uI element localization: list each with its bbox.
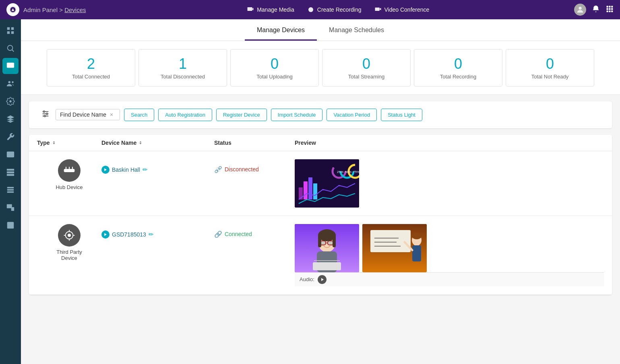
svg-rect-28 <box>7 169 14 171</box>
stat-total-uploading: 0 Total Uploading <box>230 49 319 86</box>
svg-rect-32 <box>7 189 14 191</box>
svg-rect-31 <box>7 187 14 189</box>
stat-disconnected-number: 1 <box>143 56 223 72</box>
device-edit-icon[interactable]: ✏ <box>143 166 148 173</box>
svg-rect-13 <box>609 10 610 12</box>
svg-rect-4 <box>375 8 379 11</box>
search-input[interactable] <box>60 111 108 118</box>
svg-rect-21 <box>7 63 14 68</box>
sidebar-item-users[interactable] <box>2 76 19 92</box>
stat-uploading-number: 0 <box>235 56 314 72</box>
main-content: Manage Devices Manage Schedules 2 Total … <box>21 19 620 364</box>
device-name-text-2: GSD7185013 <box>112 231 146 238</box>
sidebar-item-report[interactable] <box>2 217 19 233</box>
stat-connected-label: Total Connected <box>51 74 131 80</box>
stat-streaming-number: 0 <box>327 56 406 72</box>
svg-rect-35 <box>11 207 14 211</box>
notification-bell[interactable] <box>592 5 600 14</box>
svg-marker-92 <box>321 278 324 281</box>
top-navbar: Admin Panel > Devices Manage Media Creat… <box>0 0 620 19</box>
svg-point-49 <box>72 170 73 171</box>
svg-point-19 <box>8 45 13 51</box>
table-row: Hub Device Baskin Hall ✏ ⛓️‍💥 Disconnect… <box>29 151 612 216</box>
sidebar-item-storage[interactable] <box>2 182 19 198</box>
sidebar-item-monitor[interactable] <box>2 58 19 74</box>
filter-icon[interactable] <box>41 109 50 120</box>
svg-rect-11 <box>611 8 613 10</box>
stats-row: 2 Total Connected 1 Total Disconnected 0… <box>21 41 620 95</box>
top-nav-right <box>574 4 614 16</box>
stat-connected-number: 2 <box>51 56 131 72</box>
svg-rect-1 <box>248 7 252 11</box>
col-preview: Preview <box>295 140 604 146</box>
device-play-button-2[interactable] <box>101 230 110 239</box>
nav-video-conference[interactable]: Video Conference <box>374 6 430 13</box>
preview-classroom <box>362 224 427 272</box>
svg-rect-76 <box>328 241 333 245</box>
disconnected-label: Disconnected <box>225 166 259 173</box>
audio-controls: Audio: <box>295 272 604 286</box>
nav-create-recording[interactable]: Create Recording <box>307 6 362 13</box>
svg-rect-16 <box>11 27 14 30</box>
device-type-hub: Hub Device <box>37 159 101 190</box>
stat-recording-label: Total Recording <box>418 74 498 80</box>
sidebar-item-device-manage[interactable] <box>2 199 19 216</box>
svg-rect-86 <box>412 245 421 261</box>
device-name-gsd: GSD7185013 ✏ <box>101 224 214 239</box>
col-type[interactable]: Type <box>37 140 101 146</box>
status-connected: 🔗 Connected <box>214 224 295 238</box>
search-clear-button[interactable]: × <box>110 111 113 118</box>
auto-registration-button[interactable]: Auto Registration <box>158 109 212 121</box>
stat-total-disconnected: 1 Total Disconnected <box>138 49 227 86</box>
status-light-button[interactable]: Status Light <box>381 109 422 121</box>
svg-text:75%: 75% <box>353 170 359 174</box>
stat-not-ready-label: Total Not Ready <box>510 74 590 80</box>
svg-point-43 <box>43 111 45 113</box>
preview-dashboard: 25% 50% 75% <box>295 159 359 208</box>
audio-play-button[interactable] <box>318 275 327 284</box>
device-play-button[interactable] <box>101 166 110 174</box>
sidebar-item-dashboard[interactable] <box>2 23 19 39</box>
col-device-name[interactable]: Device Name <box>101 140 214 146</box>
sidebar-item-layers[interactable] <box>2 111 19 127</box>
hub-device-icon <box>58 159 81 182</box>
import-schedule-button[interactable]: Import Schedule <box>271 109 323 121</box>
svg-rect-82 <box>314 260 340 261</box>
svg-rect-34 <box>7 204 12 208</box>
device-name-text: Baskin Hall <box>112 167 140 173</box>
sidebar-item-tools[interactable] <box>2 129 19 145</box>
svg-rect-9 <box>607 8 608 10</box>
svg-text:25%: 25% <box>337 170 343 174</box>
user-avatar[interactable] <box>574 4 586 16</box>
stat-not-ready-number: 0 <box>510 56 590 72</box>
tab-manage-schedules[interactable]: Manage Schedules <box>317 19 396 41</box>
sidebar-item-search[interactable] <box>2 40 19 56</box>
svg-rect-84 <box>370 230 411 252</box>
tab-manage-devices[interactable]: Manage Devices <box>245 19 317 41</box>
sidebar-item-settings[interactable] <box>2 93 19 109</box>
svg-rect-80 <box>333 235 336 247</box>
vacation-period-button[interactable]: Vacation Period <box>327 109 377 121</box>
app-grid[interactable] <box>606 5 614 14</box>
stat-uploading-label: Total Uploading <box>235 74 314 80</box>
stat-disconnected-label: Total Disconnected <box>143 74 223 80</box>
preview-person <box>295 224 359 272</box>
svg-rect-81 <box>313 262 341 270</box>
svg-rect-15 <box>7 27 10 30</box>
top-nav-items: Manage Media Create Recording Video Conf… <box>102 6 574 13</box>
svg-marker-25 <box>7 115 14 119</box>
svg-point-45 <box>44 115 45 117</box>
svg-marker-53 <box>104 168 107 171</box>
connected-label: Connected <box>225 231 252 237</box>
sidebar-item-server[interactable] <box>2 164 19 180</box>
search-button[interactable]: Search <box>124 109 154 121</box>
nav-manage-media[interactable]: Manage Media <box>247 6 294 13</box>
svg-rect-30 <box>7 174 14 176</box>
sidebar-item-cc[interactable]: CC <box>2 146 19 162</box>
app-logo <box>6 3 19 16</box>
svg-rect-58 <box>313 183 317 199</box>
svg-rect-7 <box>609 6 610 8</box>
audio-label: Audio: <box>300 276 314 282</box>
device-edit-icon-2[interactable]: ✏ <box>149 231 154 238</box>
register-device-button[interactable]: Register Device <box>216 109 267 121</box>
